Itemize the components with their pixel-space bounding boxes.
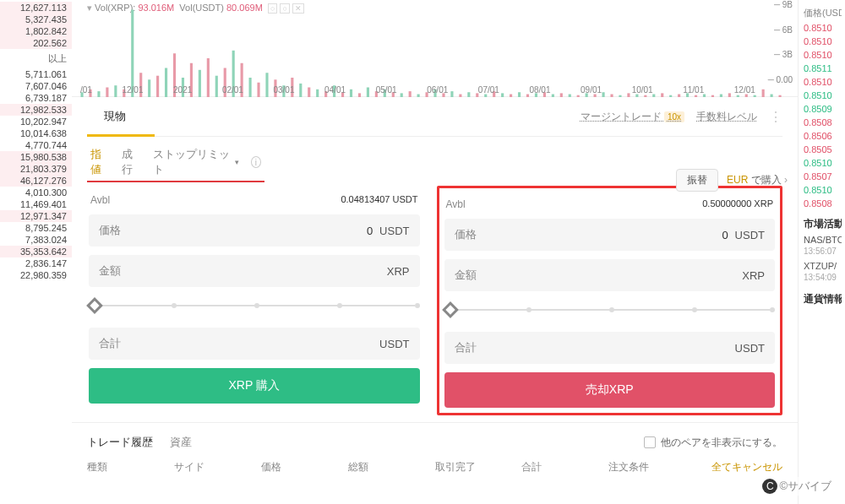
transfer-button[interactable]: 振替 — [676, 169, 718, 192]
buy-button[interactable]: XRP 購入 — [89, 368, 420, 404]
trade-mode-tabs: 現物 マージントレード 10x 手数料レベル ⋮ — [87, 97, 782, 137]
kebab-icon[interactable]: ⋮ — [769, 109, 782, 125]
trade-price: 0.8510 — [802, 183, 842, 197]
orderbook-value: 5,327.435 — [0, 14, 72, 25]
orderbook-separator-label: 以上 — [0, 49, 72, 68]
history-col-header: 総額 — [348, 460, 435, 474]
orderbook-value: 21,803.379 — [0, 163, 72, 175]
orderbook-value: 11,469.401 — [0, 198, 72, 210]
volume-chart[interactable]: ▾ Vol(XRP): 93.016M Vol(USDT) 80.069M ○ … — [72, 0, 798, 97]
sell-form: Avbl0.50000000 XRP 価格0USDT 金額XRP 合計USDT … — [437, 186, 783, 415]
history-col-header: 価格 — [261, 460, 348, 474]
market-activity-header: 市場活動 — [802, 210, 842, 233]
trade-price: 0.8510 — [802, 48, 842, 62]
buy-price-input[interactable]: 価格0USDT — [89, 214, 420, 247]
history-col-header: サイド — [174, 460, 261, 474]
avbl-value: 0.50000000 XRP — [702, 198, 773, 210]
market-time: 13:56:07 — [802, 247, 842, 259]
orderbook-column: 12,627.1135,327.4351,802.842202.562 以上 5… — [0, 0, 72, 504]
history-columns: 種類サイド価格総額取引完了合計注文条件全てキャンセル — [72, 455, 798, 486]
orderbook-value: 202.562 — [0, 37, 72, 49]
trade-price: 0.8506 — [802, 129, 842, 143]
trade-price: 0.8510 — [802, 75, 842, 89]
avbl-label: Avbl — [90, 194, 110, 206]
currency-info-header: 通貨情報 — [802, 285, 842, 308]
cancel-all-link[interactable]: 全てキャンセル — [695, 460, 782, 474]
ordertype-market[interactable]: 成行 — [122, 147, 141, 177]
transfer-controls: 振替 EUR で購入 › — [676, 169, 788, 192]
buy-with-eur-link[interactable]: EUR で購入 › — [727, 173, 788, 187]
svg-rect-81 — [762, 89, 765, 97]
sell-amount-input[interactable]: 金額XRP — [444, 259, 776, 291]
trade-price: 0.8507 — [802, 170, 842, 183]
orderbook-value: 22,980.359 — [0, 269, 72, 281]
history-col-header: 注文条件 — [608, 460, 695, 474]
orderbook-value: 1,802.842 — [0, 25, 72, 37]
fee-level-link[interactable]: 手数料レベル — [696, 110, 757, 124]
sell-amount-slider[interactable] — [444, 301, 776, 318]
trade-price: 0.8510 — [802, 156, 842, 170]
chart-yaxis: ─ 9B─ 6B─ 3B─ 0.00 — [768, 0, 793, 84]
buy-amount-slider[interactable] — [89, 297, 420, 314]
trade-price: 0.8510 — [802, 21, 842, 35]
buy-form: Avbl0.04813407 USDT 価格0USDT 金額XRP 合計USDT… — [87, 187, 422, 415]
trade-price: 0.8509 — [802, 102, 842, 116]
trade-price: 0.8510 — [802, 89, 842, 102]
margin-trade-link[interactable]: マージントレード 10x — [581, 110, 684, 124]
orderbook-value: 12,971.347 — [0, 210, 72, 222]
info-icon[interactable]: i — [251, 156, 262, 168]
history-col-header: 種類 — [87, 460, 174, 474]
order-type-tabs: 指値 成行 ストップリミット ▾ i — [87, 137, 264, 182]
trade-price: 0.8510 — [802, 35, 842, 48]
ordertype-stop[interactable]: ストップリミット — [153, 147, 230, 177]
watermark: C©サバイブ — [757, 477, 837, 496]
orderbook-value: 12,627.113 — [0, 2, 72, 14]
trade-price: 0.8511 — [802, 62, 842, 75]
buy-total-input[interactable]: 合計USDT — [89, 328, 420, 360]
orderbook-value: 8,795.245 — [0, 222, 72, 234]
orderbook-value: 46,127.276 — [0, 175, 72, 187]
buy-amount-input[interactable]: 金額XRP — [89, 255, 420, 287]
price-header: 価格(USD — [802, 5, 842, 21]
orderbook-value: 35,353.642 — [0, 246, 72, 257]
orderbook-value: 10,202.947 — [0, 116, 72, 127]
hide-pairs-label: 他のペアを非表示にする。 — [661, 436, 782, 450]
trade-price: 0.8508 — [802, 197, 842, 210]
sell-total-input[interactable]: 合計USDT — [444, 332, 776, 364]
orderbook-value: 7,607.046 — [0, 80, 72, 92]
chevron-right-icon: › — [784, 174, 788, 186]
chevron-down-icon[interactable]: ▾ — [235, 158, 239, 166]
hide-pairs-checkbox[interactable] — [644, 436, 656, 448]
history-col-header: 取引完了 — [435, 460, 522, 474]
orderbook-value: 15,980.538 — [0, 151, 72, 163]
orderbook-value: 7,383.024 — [0, 234, 72, 246]
chart-svg — [72, 0, 798, 97]
orderbook-value: 12,982.533 — [0, 104, 72, 116]
orderbook-value: 5,711.061 — [0, 68, 72, 80]
orderbook-value: 4,010.300 — [0, 187, 72, 198]
history-tabs: トレード履歴 資産 他のペアを非表示にする。 — [72, 422, 798, 455]
market-time: 13:54:09 — [802, 273, 842, 285]
sell-button[interactable]: 売却XRP — [444, 372, 776, 408]
avbl-value: 0.04813407 USDT — [341, 194, 417, 206]
orderbook-value: 10,014.638 — [0, 127, 72, 139]
orderbook-value: 6,739.187 — [0, 92, 72, 104]
orderbook-value: 4,770.744 — [0, 139, 72, 151]
chart-xaxis: /0112/01202102/0103/0104/0105/0106/0107/… — [80, 85, 755, 95]
market-pair[interactable]: XTZUP/ — [802, 259, 842, 273]
trade-price: 0.8505 — [802, 143, 842, 156]
avbl-label: Avbl — [446, 198, 466, 210]
orderbook-value: 2,836.147 — [0, 257, 72, 269]
ordertype-limit[interactable]: 指値 — [90, 147, 110, 177]
market-pair[interactable]: NAS/BTC — [802, 233, 842, 247]
sell-price-input[interactable]: 価格0USDT — [444, 219, 776, 251]
market-sidebar: 価格(USD 0.85100.85100.85100.85110.85100.8… — [798, 0, 845, 504]
tab-trade-history[interactable]: トレード履歴 — [87, 435, 153, 450]
tab-spot[interactable]: 現物 — [87, 97, 143, 136]
tab-assets[interactable]: 資産 — [170, 435, 192, 450]
trade-price: 0.8508 — [802, 116, 842, 129]
history-col-header: 合計 — [521, 460, 608, 474]
svg-rect-6 — [131, 10, 134, 98]
